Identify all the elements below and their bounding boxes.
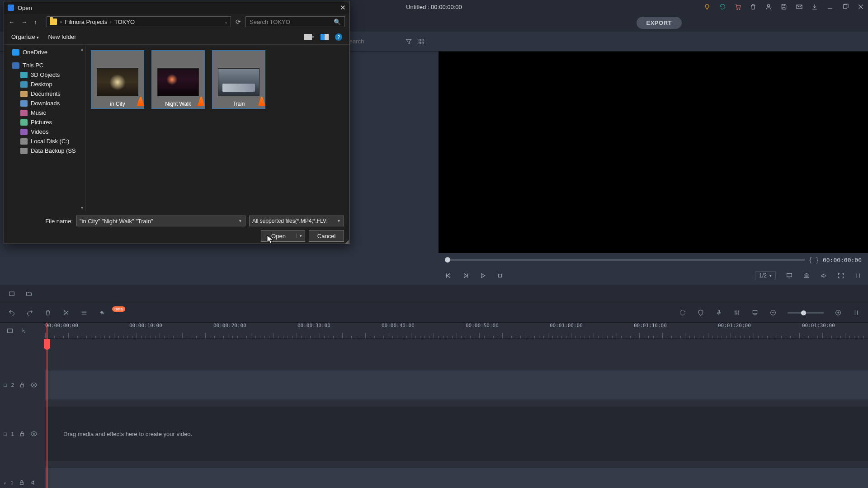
view-mode-icon[interactable]: ▾ [304, 34, 314, 40]
snapshot-icon[interactable] [803, 272, 810, 279]
nav-up-icon[interactable]: ↑ [34, 19, 42, 25]
mark-out-icon[interactable]: } [816, 256, 818, 263]
delete-icon[interactable] [44, 309, 52, 316]
preview-scrub-handle[interactable] [445, 257, 450, 263]
trash-icon[interactable] [750, 3, 757, 10]
export-button[interactable]: EXPORT [637, 17, 682, 29]
play-icon[interactable] [479, 272, 486, 279]
stop-icon[interactable] [496, 272, 504, 279]
preview-pane-icon[interactable] [321, 34, 329, 40]
file-item[interactable]: Train [212, 50, 265, 109]
nav-refresh-icon[interactable]: ⟳ [236, 18, 241, 25]
resize-grip-icon[interactable]: ◢ [345, 240, 349, 243]
tree-item[interactable]: Pictures [4, 117, 85, 127]
fullscreen-icon[interactable] [837, 272, 844, 279]
mail-icon[interactable] [796, 3, 803, 10]
eye-icon[interactable] [30, 381, 38, 389]
display-icon[interactable] [786, 272, 793, 279]
tree-item[interactable]: Downloads [4, 99, 85, 108]
close-icon[interactable] [857, 3, 864, 10]
frame-icon[interactable] [8, 290, 15, 297]
speaker-icon[interactable] [30, 479, 37, 486]
preview-pause-bars-icon[interactable] [854, 272, 862, 279]
tree-item[interactable]: Local Disk (C:) [4, 136, 85, 146]
audio-fx-icon[interactable] [99, 309, 106, 316]
preview-viewport[interactable] [439, 52, 868, 253]
track-settings-icon[interactable] [6, 327, 14, 334]
help-icon[interactable]: ? [335, 33, 342, 41]
folder-icon[interactable] [25, 290, 33, 297]
chevron-down-icon[interactable]: ▼ [337, 219, 341, 223]
tree-item[interactable]: Data Backup (SS [4, 146, 85, 155]
refresh-icon[interactable] [719, 3, 726, 10]
tree-scroll-down-icon[interactable]: ▾ [81, 205, 83, 210]
cart-icon[interactable] [734, 3, 741, 10]
file-item[interactable]: in City [91, 50, 144, 109]
fit-icon[interactable] [853, 309, 860, 316]
breadcrumb-dropdown-icon[interactable]: ⌄ [224, 19, 228, 24]
download-icon[interactable] [811, 3, 818, 10]
adjust-icon[interactable] [80, 309, 88, 316]
render-icon[interactable] [679, 309, 686, 316]
tips-icon[interactable] [703, 3, 711, 10]
cancel-button[interactable]: Cancel [309, 230, 344, 242]
user-icon[interactable] [765, 3, 772, 10]
playhead-handle[interactable] [44, 339, 50, 350]
video-track-1[interactable]: □ 1 Drag media and effects here to creat… [0, 407, 868, 461]
timeline-zoom-slider[interactable] [788, 312, 824, 314]
lock-icon[interactable] [19, 381, 26, 389]
redo-icon[interactable] [26, 309, 33, 316]
filter-icon[interactable] [405, 38, 412, 45]
tree-item[interactable]: 3D Objects [4, 70, 85, 80]
new-folder-button[interactable]: New folder [48, 33, 76, 40]
undo-icon[interactable] [8, 309, 15, 316]
step-forward-icon[interactable] [462, 272, 469, 279]
tree-item[interactable]: Music [4, 108, 85, 117]
file-grid[interactable]: in CityNight WalkTrain [85, 45, 349, 212]
shield-icon[interactable] [697, 309, 704, 316]
link-icon[interactable] [20, 327, 27, 334]
tree-scroll-up-icon[interactable]: ▴ [81, 47, 83, 52]
filetype-select[interactable]: All supported files(*.MP4;*.FLV; ▼ [249, 216, 344, 226]
marker-icon[interactable] [751, 309, 759, 316]
maximize-icon[interactable] [842, 3, 849, 10]
zoom-out-icon[interactable] [769, 309, 777, 316]
dialog-close-icon[interactable]: ✕ [340, 4, 346, 12]
timeline-ruler[interactable]: 00:00:00:0000:00:10:0000:00:20:0000:00:3… [45, 323, 868, 339]
zoom-in-icon[interactable] [835, 309, 842, 316]
eye-icon[interactable] [30, 430, 38, 437]
chevron-down-icon[interactable]: ▼ [238, 219, 242, 223]
breadcrumb-seg-2[interactable]: TOKYO [114, 19, 135, 25]
minimize-icon[interactable] [826, 3, 834, 10]
preview-scrub-track[interactable] [445, 259, 805, 261]
save-icon[interactable] [780, 3, 788, 10]
mic-icon[interactable] [715, 309, 722, 316]
nav-forward-icon[interactable]: → [21, 19, 29, 25]
folder-tree[interactable]: ▴ ▾ OneDriveThis PC3D ObjectsDesktopDocu… [4, 45, 85, 212]
nav-back-icon[interactable]: ← [9, 19, 17, 25]
tree-item[interactable]: Documents [4, 89, 85, 99]
tree-item[interactable]: Desktop [4, 80, 85, 89]
file-item[interactable]: Night Walk [151, 50, 205, 109]
video-track-2[interactable]: □ 2 [0, 371, 868, 399]
tree-item[interactable]: This PC [4, 61, 85, 70]
split-icon[interactable] [62, 309, 70, 316]
preview-zoom-select[interactable]: 1/2▾ [755, 271, 776, 280]
lock-icon[interactable] [19, 430, 26, 437]
dialog-title-bar[interactable]: Open ✕ [4, 1, 349, 14]
volume-icon[interactable] [820, 272, 827, 279]
dialog-search-input[interactable]: Search TOKYO 🔍 [245, 16, 345, 27]
grid-view-icon[interactable] [418, 38, 425, 45]
mark-in-icon[interactable]: { [810, 256, 812, 263]
audio-track-1[interactable]: ♪ 1 [0, 468, 868, 488]
filename-input[interactable]: "in City" "Night Walk" "Train" ▼ [76, 216, 245, 226]
tree-item[interactable]: Videos [4, 127, 85, 136]
mixer-icon[interactable] [733, 309, 741, 316]
tree-item[interactable]: OneDrive [4, 47, 85, 57]
organize-button[interactable]: Organize ▾ [11, 33, 39, 40]
step-back-icon[interactable] [445, 272, 452, 279]
timeline[interactable]: 00:00:00:0000:00:10:0000:00:20:0000:00:3… [0, 323, 868, 488]
breadcrumb-seg-1[interactable]: Filmora Projects [65, 19, 108, 25]
breadcrumb-ellipsis[interactable]: « [60, 19, 62, 24]
media-search-input[interactable] [345, 38, 400, 45]
